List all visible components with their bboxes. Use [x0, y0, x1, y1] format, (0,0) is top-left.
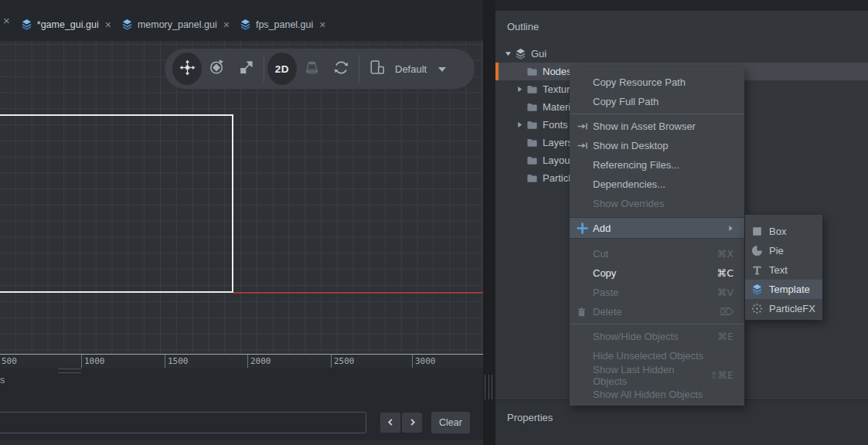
device-icon — [369, 59, 386, 79]
mode-2d-toggle[interactable]: 2D — [267, 49, 297, 89]
perspective-tool[interactable] — [297, 49, 326, 89]
menu-item-referencing-files-[interactable]: Referencing Files... — [570, 155, 744, 175]
viewport-toolbar: 2DDefault — [165, 49, 475, 89]
status-strip — [0, 440, 483, 445]
scale-icon — [238, 59, 254, 79]
menu-item-show-in-desktop[interactable]: Show in Desktop — [570, 136, 744, 155]
ruler-tick-label: 1000 — [84, 356, 105, 366]
menu-item-copy-full-path[interactable]: Copy Full Path — [570, 92, 744, 111]
clear-button[interactable]: Clear — [431, 412, 470, 433]
folder-icon — [526, 83, 539, 95]
toolbar-separator — [359, 55, 359, 83]
menu-shortcut: ⌦ — [720, 306, 734, 318]
chevron-right-icon — [408, 417, 417, 429]
menu-shortcut: ⌘E — [718, 331, 734, 342]
next-result-button[interactable] — [402, 413, 422, 433]
menu-item-label: Cut — [593, 248, 608, 260]
menu-shortcut: ⌘C — [717, 267, 734, 279]
menu-item-label: Show Last Hidden Objects — [593, 364, 710, 387]
editor-window: × *game_gui.gui×memory_panel.gui×fps_pan… — [0, 0, 868, 445]
caret-collapsed-icon[interactable] — [516, 121, 526, 128]
menu-shortcut: ⌘V — [717, 287, 734, 298]
scene-viewport[interactable]: 2DDefault — [0, 41, 483, 354]
gui-icon — [21, 19, 32, 30]
menu-item-label: Show All Hidden Objects — [593, 389, 703, 400]
close-icon[interactable]: × — [0, 15, 13, 26]
submenu-item-label: Pie — [769, 245, 784, 256]
arrow-into-icon — [577, 140, 591, 151]
particlefx-icon — [751, 303, 764, 314]
submenu-item-label: Text — [769, 264, 788, 276]
submenu-item-pie[interactable]: Pie — [745, 241, 822, 260]
ruler-tick — [165, 355, 165, 369]
tab--game-gui-gui[interactable]: *game_gui.gui× — [18, 12, 118, 36]
ruler-tick — [81, 355, 82, 369]
prev-result-button[interactable] — [380, 413, 400, 433]
toolbar-separator — [264, 55, 264, 83]
trash-icon — [577, 307, 591, 318]
ruler-tick — [412, 355, 413, 369]
menu-item-label: Show in Asset Browser — [593, 121, 696, 132]
submenu-item-template[interactable]: Template — [745, 280, 822, 299]
tab-fps-panel-gui[interactable]: fps_panel.gui× — [237, 12, 333, 36]
menu-item-label: Delete — [593, 306, 622, 318]
caret-collapsed-icon[interactable] — [516, 86, 526, 93]
properties-panel: Properties — [495, 400, 868, 445]
menu-separator — [570, 114, 744, 114]
menu-item-cut: Cut⌘X — [570, 244, 744, 263]
vertical-splitter-handle[interactable] — [485, 375, 492, 399]
scale-tool[interactable] — [231, 49, 260, 89]
splitter-handle[interactable] — [58, 369, 81, 373]
outline-item-gui[interactable]: Gui — [495, 45, 868, 63]
tab-memory-panel-gui[interactable]: memory_panel.gui× — [118, 12, 237, 36]
submenu-item-particlefx[interactable]: ParticleFX — [745, 299, 822, 318]
gui-canvas-bounds — [0, 114, 233, 293]
submenu-item-label: Template — [769, 284, 810, 295]
menu-item-label: Dependencies... — [593, 178, 665, 190]
menu-shortcut: ⇧⌘E — [710, 369, 734, 381]
menu-item-copy-resource-path[interactable]: Copy Resource Path — [570, 73, 744, 92]
menu-item-dependencies-[interactable]: Dependencies... — [570, 175, 744, 194]
menu-item-show-all-hidden-objects: Show All Hidden Objects — [570, 385, 744, 404]
menu-item-delete: Delete⌦ — [570, 302, 744, 321]
outline-item-label: Fonts — [543, 119, 568, 131]
mode-2d-toggle-circle: 2D — [267, 53, 297, 85]
console-search-input[interactable] — [0, 412, 366, 433]
ruler-tick-label: 1500 — [168, 356, 189, 366]
tab-label: fps_panel.gui — [256, 19, 313, 30]
caret-down-icon[interactable] — [437, 62, 447, 76]
menu-item-show-in-asset-browser[interactable]: Show in Asset Browser — [570, 117, 744, 136]
frustum-icon — [304, 59, 320, 79]
move-tool[interactable] — [172, 49, 202, 89]
menu-item-label: Referencing Files... — [593, 159, 679, 171]
ruler-tick-label: 2500 — [334, 356, 355, 366]
horizontal-ruler: 50010001500200025003000 — [0, 354, 483, 368]
tab-close-icon[interactable]: × — [319, 19, 325, 30]
folder-icon — [526, 172, 539, 184]
device-profile-button[interactable] — [363, 49, 392, 89]
submenu-item-box[interactable]: Box — [745, 222, 822, 241]
ruler-tick-label: 500 — [2, 356, 17, 366]
ruler-tick-label: 3000 — [415, 356, 436, 366]
menu-item-copy[interactable]: Copy⌘C — [570, 263, 744, 283]
gui-icon — [121, 19, 133, 30]
folder-icon — [526, 66, 539, 77]
tab-close-icon[interactable]: × — [223, 19, 230, 30]
properties-panel-title: Properties — [507, 412, 553, 423]
plus-icon — [577, 222, 591, 234]
menu-shortcut: ⌘X — [717, 248, 734, 260]
camera-rotate-tool[interactable] — [326, 49, 356, 89]
submenu-item-text[interactable]: Text — [745, 260, 822, 280]
text-icon — [751, 264, 764, 276]
profile-select[interactable]: Default — [392, 63, 433, 75]
template-icon — [751, 284, 764, 295]
tab-label: memory_panel.gui — [138, 19, 217, 30]
tab-close-icon[interactable]: × — [105, 19, 111, 30]
menu-item-show-overrides: Show Overrides — [570, 194, 744, 213]
menu-item-add[interactable]: Add — [570, 217, 744, 239]
outline-item-label: Nodes — [543, 66, 572, 77]
arrow-into-icon — [577, 121, 591, 132]
menu-item-label: Hide Unselected Objects — [593, 350, 703, 362]
rotate-tool[interactable] — [202, 49, 231, 89]
caret-expanded-icon[interactable] — [505, 50, 515, 57]
